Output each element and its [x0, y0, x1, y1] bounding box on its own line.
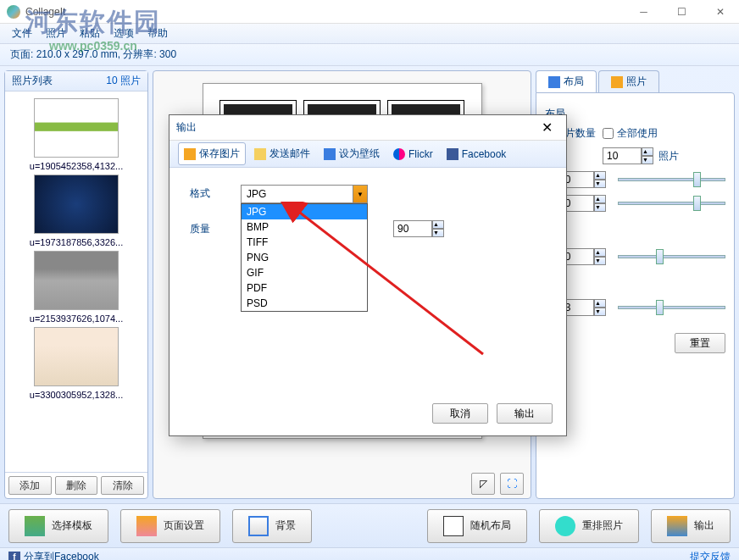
margin-slider[interactable] — [618, 202, 725, 205]
feedback-link[interactable]: 提交反馈 — [690, 550, 731, 560]
combo-dropdown-button[interactable]: ▼ — [353, 185, 368, 203]
page-setup-button[interactable]: 页面设置 — [120, 509, 220, 543]
dialog-title: 输出 — [176, 120, 534, 135]
menu-paste[interactable]: 粘贴 — [73, 25, 107, 42]
photo-caption: u=1973187856,3326... — [8, 237, 144, 247]
thumbnail[interactable] — [34, 175, 119, 234]
button-label: 输出 — [694, 518, 714, 533]
list-item[interactable]: u=2153937626,1074... — [8, 251, 144, 324]
delete-button[interactable]: 删除 — [55, 476, 98, 495]
button-label: 选择模板 — [52, 518, 92, 533]
thumbnail[interactable] — [34, 327, 119, 386]
group-rotate-title: 转 — [545, 229, 725, 243]
use-all-checkbox[interactable] — [603, 128, 614, 139]
wallpaper-icon — [324, 148, 336, 160]
save-icon — [184, 148, 196, 160]
random-layout-button[interactable]: 随机布局 — [427, 509, 527, 543]
tab-layout[interactable]: 布局 — [536, 70, 597, 92]
spacing-slider[interactable] — [618, 178, 725, 181]
thumbnail[interactable] — [34, 251, 119, 310]
menu-photo[interactable]: 照片 — [39, 25, 73, 42]
tab-save-image[interactable]: 保存图片 — [178, 142, 246, 165]
rearrange-button[interactable]: 重排照片 — [539, 509, 639, 543]
tab-label: 设为壁纸 — [339, 147, 380, 161]
combo-value[interactable]: JPG — [241, 185, 368, 203]
spinner-up[interactable]: ▲ — [432, 220, 444, 229]
reset-button[interactable]: 重置 — [675, 333, 725, 353]
group-layout-title: 布局 — [545, 107, 725, 121]
spinner-up[interactable]: ▲ — [594, 195, 606, 203]
spinner-down[interactable]: ▼ — [642, 156, 653, 164]
button-label: 随机布局 — [470, 518, 511, 533]
list-item[interactable]: u=3300305952,1328... — [8, 327, 144, 400]
menu-help[interactable]: 帮助 — [141, 25, 175, 42]
dialog-close-button[interactable]: ✕ — [534, 117, 559, 139]
quality-input[interactable] — [393, 220, 432, 237]
output-button[interactable]: 输出 — [651, 509, 731, 543]
spinner-up[interactable]: ▲ — [594, 171, 606, 180]
format-combobox[interactable]: JPG ▼ JPG BMP TIFF PNG GIF PDF PSD — [241, 185, 368, 203]
add-button[interactable]: 添加 — [8, 476, 52, 495]
spinner-down[interactable]: ▼ — [432, 229, 444, 237]
menu-file[interactable]: 文件 — [5, 25, 39, 42]
spinner-down[interactable]: ▼ — [594, 308, 606, 316]
spinner-up[interactable]: ▲ — [642, 147, 653, 156]
background-button[interactable]: 背景 — [232, 509, 312, 543]
label-photos: 照片 — [658, 149, 679, 164]
output-button[interactable]: 输出 — [497, 403, 553, 424]
combo-item[interactable]: TIFF — [242, 235, 367, 250]
tab-flickr[interactable]: Flickr — [388, 145, 438, 164]
label-format: 格式 — [190, 185, 241, 201]
spinner-down[interactable]: ▼ — [594, 180, 606, 188]
combo-item[interactable]: JPG — [242, 204, 367, 219]
tab-label: 照片 — [626, 75, 647, 89]
photo-count: 10 照片 — [106, 74, 141, 88]
close-button[interactable]: ✕ — [701, 0, 739, 24]
combo-item[interactable]: PDF — [242, 280, 367, 296]
photo-caption: u=3300305952,1328... — [8, 390, 144, 400]
button-label: 页面设置 — [164, 518, 204, 533]
background-icon — [248, 516, 269, 536]
tab-label: 保存图片 — [199, 147, 240, 161]
combo-item[interactable]: PNG — [242, 250, 367, 265]
list-item[interactable]: u=1973187856,3326... — [8, 175, 144, 247]
tab-label: 发送邮件 — [269, 147, 310, 161]
spinner-up[interactable]: ▲ — [594, 299, 606, 308]
tab-facebook[interactable]: Facebook — [442, 145, 512, 164]
combo-item[interactable]: PSD — [242, 296, 367, 311]
spinner-up[interactable]: ▲ — [594, 248, 606, 257]
app-title: CollageIt — [25, 6, 625, 18]
clear-button[interactable]: 清除 — [101, 476, 144, 495]
app-icon — [7, 5, 20, 19]
template-icon — [25, 516, 45, 536]
spinner-down[interactable]: ▼ — [594, 203, 606, 212]
select-template-button[interactable]: 选择模板 — [8, 509, 108, 543]
share-facebook-link[interactable]: 分享到Facebook — [24, 550, 99, 560]
tab-wallpaper[interactable]: 设为壁纸 — [319, 143, 385, 164]
photo-caption: u=1905452358,4132... — [8, 161, 144, 171]
info-bar: 页面: 210.0 x 297.0 mm, 分辨率: 300 — [0, 44, 739, 66]
combo-item[interactable]: BMP — [242, 219, 367, 235]
refresh-icon — [555, 516, 575, 536]
thumbnail[interactable] — [34, 98, 119, 158]
rotate-slider[interactable] — [618, 255, 725, 258]
fit-tool-button[interactable]: ⛶ — [500, 473, 524, 495]
spinner-down[interactable]: ▼ — [594, 257, 606, 265]
list-item[interactable]: u=1905452358,4132... — [8, 98, 144, 171]
page-info: 页面: 210.0 x 297.0 mm, 分辨率: 300 — [10, 47, 176, 62]
combo-item[interactable]: GIF — [242, 265, 367, 280]
menu-options[interactable]: 选项 — [107, 25, 141, 42]
tab-label: Flickr — [408, 148, 433, 160]
crop-tool-button[interactable]: ◸ — [471, 473, 495, 495]
minimize-button[interactable]: ─ — [625, 0, 663, 24]
tab-label: Facebook — [462, 148, 507, 160]
facebook-icon — [447, 148, 458, 160]
photo-list[interactable]: u=1905452358,4132... u=1973187856,3326..… — [5, 91, 147, 472]
combo-list: JPG BMP TIFF PNG GIF PDF PSD — [241, 203, 368, 312]
tab-photo[interactable]: 照片 — [598, 70, 659, 92]
photo-count-input[interactable] — [603, 147, 642, 164]
value5-slider[interactable] — [618, 306, 725, 309]
tab-send-mail[interactable]: 发送邮件 — [249, 143, 315, 164]
cancel-button[interactable]: 取消 — [432, 403, 488, 424]
maximize-button[interactable]: ☐ — [663, 0, 701, 24]
